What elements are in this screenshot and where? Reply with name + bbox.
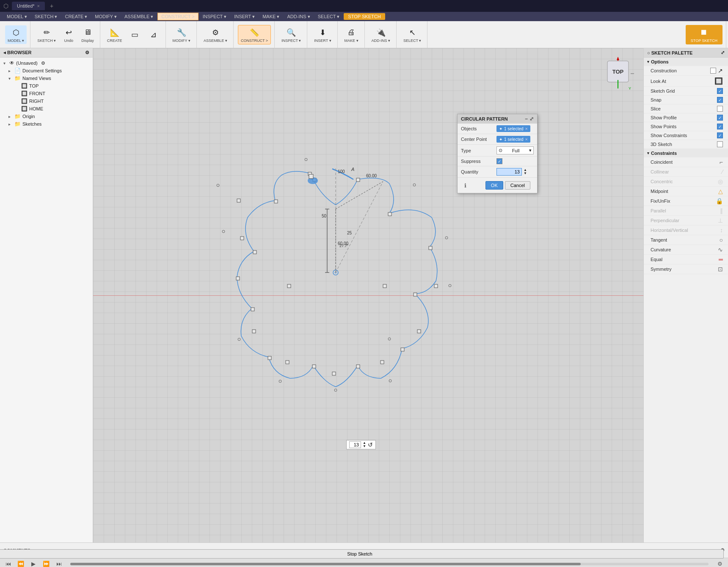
symmetry-icon[interactable]: ⊡: [718, 266, 723, 272]
addins-btn[interactable]: 🔌 ADD-INS ▾: [369, 25, 393, 44]
active-tab[interactable]: Untitled* ×: [12, 2, 45, 10]
options-section[interactable]: ▾ Options: [644, 58, 728, 66]
equal-icon[interactable]: ═: [719, 256, 723, 263]
menu-inspect[interactable]: INSPECT ▾: [199, 13, 230, 20]
info-icon[interactable]: ℹ: [461, 181, 470, 190]
menu-stop-sketch[interactable]: STOP SKETCH: [344, 13, 385, 20]
sketch-btn[interactable]: ✏ SKETCH ▾: [35, 25, 58, 44]
create-btn[interactable]: 📐 CREATE: [105, 25, 125, 44]
tree-named-views[interactable]: ▾ 📁 Named Views: [2, 74, 91, 82]
display-btn[interactable]: 🖥 Display: [79, 25, 97, 44]
concentric-icon[interactable]: ◎: [718, 178, 723, 185]
constraints-section[interactable]: ▾ Constraints: [644, 149, 728, 157]
canvas-area[interactable]: 60.00 60.00 50 25 100 A 27.7°: [93, 48, 643, 542]
menu-model[interactable]: MODEL ▾: [3, 13, 30, 20]
collinear-icon[interactable]: ∕: [722, 168, 723, 175]
create3-btn[interactable]: ⊿: [145, 28, 162, 42]
dialog-expand-icon[interactable]: ⤢: [529, 116, 534, 122]
tree-expand-origin[interactable]: ▸: [8, 114, 13, 119]
tree-root[interactable]: ▾ 👁 (Unsaved) ⚙: [2, 59, 91, 67]
suppress-checkbox[interactable]: ✓: [496, 158, 502, 164]
snap-checkbox[interactable]: ✓: [717, 97, 723, 103]
browser-settings-icon[interactable]: ⚙: [85, 50, 89, 55]
root-settings-icon[interactable]: ⚙: [41, 61, 45, 66]
objects-clear-btn[interactable]: ×: [525, 126, 528, 131]
add-tab-icon[interactable]: +: [50, 3, 53, 9]
construction-checkbox[interactable]: [710, 68, 716, 74]
construct-btn[interactable]: 📏 CONSTRUCT >: [238, 25, 271, 44]
ok-button[interactable]: OK: [485, 181, 503, 190]
3d-sketch-checkbox[interactable]: [717, 141, 723, 147]
tangent-icon[interactable]: ○: [720, 237, 723, 243]
horiz-vert-icon[interactable]: ↕: [720, 227, 723, 234]
menu-modify[interactable]: MODIFY ▾: [91, 13, 120, 20]
tree-view-front[interactable]: 🔲 FRONT: [2, 90, 91, 97]
tree-expand-sketches[interactable]: ▸: [8, 122, 13, 127]
tree-view-top[interactable]: 🔲 TOP: [2, 82, 91, 90]
create2-btn[interactable]: ▭: [127, 28, 143, 42]
tree-doc-settings[interactable]: ▸ 📄 Document Settings: [2, 67, 91, 74]
tree-expand-views[interactable]: ▾: [8, 76, 13, 81]
objects-selected-badge[interactable]: ✦ 1 selected ×: [496, 125, 530, 132]
tree-expand-doc[interactable]: ▸: [8, 69, 13, 73]
fix-unfix-icon[interactable]: 🔒: [716, 198, 723, 204]
sketch-grid-checkbox[interactable]: ✓: [717, 88, 723, 94]
dialog-minimize-icon[interactable]: −: [525, 116, 528, 122]
center-point-clear-btn[interactable]: ×: [525, 137, 528, 142]
look-at-icon[interactable]: 🔲: [714, 77, 723, 85]
show-points-checkbox[interactable]: ✓: [717, 124, 723, 129]
qty-spin-dialog[interactable]: ▲ ▼: [524, 168, 527, 175]
show-profile-checkbox[interactable]: ✓: [717, 115, 723, 121]
menu-create[interactable]: CREATE ▾: [61, 13, 91, 20]
tree-expand-root[interactable]: ▾: [3, 61, 8, 66]
qty-down-icon[interactable]: ▼: [363, 445, 366, 448]
menu-assemble[interactable]: ASSEMBLE ▾: [121, 13, 157, 20]
timeline-play-btn[interactable]: ▶: [29, 559, 38, 567]
menu-select[interactable]: SELECT ▾: [314, 13, 343, 20]
tree-view-home[interactable]: 🔲 HOME: [2, 105, 91, 113]
menu-construct[interactable]: CONSTRUCT >: [157, 13, 198, 20]
stop-sketch-palette-button[interactable]: Stop Sketch: [0, 549, 724, 559]
canvas-qty-refresh-icon[interactable]: ↺: [368, 441, 373, 448]
show-constraints-checkbox[interactable]: ✓: [717, 132, 723, 138]
insert-btn[interactable]: ⬇ INSERT ▾: [312, 25, 334, 44]
cancel-button[interactable]: Cancel: [505, 181, 530, 190]
quantity-spinner[interactable]: ▲ ▼: [363, 441, 366, 448]
view-cube[interactable]: TOP Y: [601, 57, 635, 91]
inspect-btn[interactable]: 🔍 INSPECT ▾: [279, 25, 303, 44]
assemble-btn[interactable]: ⚙ ASSEMBLE ▾: [201, 25, 230, 44]
type-select[interactable]: ⊙ Full ▾: [496, 146, 534, 154]
menu-insert[interactable]: INSERT ▾: [231, 13, 258, 20]
timeline-bar[interactable]: [70, 563, 709, 565]
undo-btn[interactable]: ↩ Undo: [60, 25, 77, 44]
model-button[interactable]: ⬡ MODEL ▾: [5, 25, 27, 44]
coincident-icon[interactable]: ⌐: [720, 159, 723, 165]
palette-expand-icon[interactable]: ⤢: [721, 50, 725, 55]
timeline-start-btn[interactable]: ⏮: [3, 559, 13, 567]
tree-view-right[interactable]: 🔲 RIGHT: [2, 97, 91, 105]
menu-sketch[interactable]: SKETCH ▾: [31, 13, 61, 20]
perpendicular-icon[interactable]: ⊥: [718, 217, 723, 224]
curvature-icon[interactable]: ∿: [718, 246, 723, 253]
timeline-settings-icon[interactable]: ⚙: [715, 559, 725, 567]
select-btn[interactable]: ↖ SELECT ▾: [401, 25, 424, 44]
slice-checkbox[interactable]: [717, 106, 723, 112]
qty-down-dialog[interactable]: ▼: [524, 172, 527, 175]
menu-addins[interactable]: ADD-INS ▾: [284, 13, 313, 20]
timeline-end-btn[interactable]: ⏭: [54, 559, 63, 567]
tab-close-icon[interactable]: ×: [37, 3, 40, 8]
canvas-quantity-input[interactable]: [349, 441, 361, 448]
modify-btn[interactable]: 🔧 MODIFY ▾: [170, 25, 193, 44]
menu-make[interactable]: MAKE ▾: [259, 13, 283, 20]
timeline-next-btn[interactable]: ⏩: [41, 559, 51, 567]
midpoint-icon[interactable]: △: [718, 188, 723, 195]
center-point-badge[interactable]: ✦ 1 selected ×: [496, 136, 530, 143]
dialog-header[interactable]: CIRCULAR PATTERN − ⤢: [458, 114, 537, 124]
in-canvas-quantity-control[interactable]: ▲ ▼ ↺: [346, 440, 376, 449]
make-btn[interactable]: 🖨 MAKE ▾: [342, 25, 361, 44]
timeline-prev-btn[interactable]: ⏪: [16, 559, 25, 567]
stop-sketch-toolbar-btn[interactable]: ⏹ STOP SKETCH: [686, 25, 722, 44]
tree-origin[interactable]: ▸ 📁 Origin: [2, 113, 91, 120]
quantity-input[interactable]: [496, 168, 522, 176]
parallel-icon[interactable]: ∥: [720, 207, 723, 214]
